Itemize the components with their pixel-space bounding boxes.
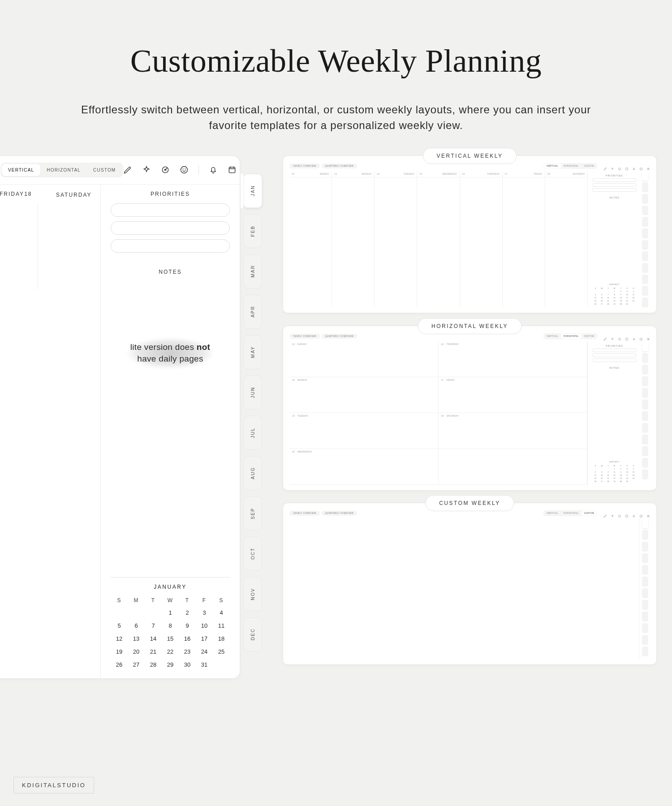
thumb-tab-horizontal[interactable]: HORIZONTAL bbox=[561, 334, 582, 339]
sparkle-icon[interactable] bbox=[142, 165, 151, 174]
month-tab-feb[interactable]: FEB bbox=[243, 214, 262, 248]
smile-icon[interactable] bbox=[180, 165, 189, 174]
crumb-quarterly[interactable]: QUARTERLY OVERVIEW bbox=[322, 511, 357, 516]
mini-cal-day[interactable]: 28 bbox=[145, 658, 162, 671]
mini-cal-day[interactable]: 10 bbox=[196, 619, 213, 632]
tab-vertical[interactable]: VERTICAL bbox=[2, 164, 40, 176]
bell-icon[interactable] bbox=[632, 335, 636, 338]
tab-custom[interactable]: CUSTOM bbox=[87, 164, 122, 176]
thumb-month-tab[interactable] bbox=[642, 228, 648, 238]
sparkle-icon[interactable] bbox=[611, 512, 614, 515]
mini-cal-day[interactable]: 13 bbox=[128, 632, 145, 645]
vw-day-friday[interactable]: 17FRIDAY bbox=[503, 171, 545, 307]
month-tab-jul[interactable]: JUL bbox=[243, 416, 262, 450]
thumb-month-tab[interactable] bbox=[642, 365, 648, 375]
thumb-priority-3[interactable] bbox=[592, 188, 637, 192]
thumb-tab-custom[interactable]: CUSTOM bbox=[582, 511, 597, 516]
thumb-month-tab[interactable] bbox=[642, 530, 648, 540]
thumb-month-tab[interactable] bbox=[642, 286, 648, 296]
thumb-month-tab[interactable] bbox=[642, 565, 648, 575]
crumb-yearly[interactable]: YEARLY OVERVIEW bbox=[289, 511, 320, 516]
sparkle-icon[interactable] bbox=[611, 164, 614, 168]
target-icon[interactable] bbox=[618, 512, 621, 515]
thumb-priority-1[interactable] bbox=[592, 349, 637, 352]
pencil-icon[interactable] bbox=[603, 164, 607, 168]
thumb-month-tab[interactable] bbox=[642, 275, 648, 284]
month-tab-sep[interactable]: SEP bbox=[243, 496, 262, 530]
mini-cal-day[interactable]: 1 bbox=[162, 606, 179, 619]
bell-icon[interactable] bbox=[632, 164, 636, 168]
menu-icon[interactable] bbox=[646, 512, 650, 515]
calendar-icon[interactable] bbox=[639, 335, 643, 338]
hw-day-friday[interactable]: 17FRIDAY bbox=[439, 377, 588, 413]
thumb-month-tab[interactable] bbox=[642, 542, 648, 552]
menu-icon[interactable] bbox=[646, 164, 650, 168]
mini-cal-day[interactable]: 5 bbox=[111, 619, 128, 632]
hw-day-thursday[interactable]: 16THURSDAY bbox=[439, 341, 588, 377]
pencil-icon[interactable] bbox=[603, 335, 607, 338]
mini-cal-day[interactable]: 27 bbox=[128, 658, 145, 671]
smile-icon[interactable] bbox=[625, 335, 629, 338]
vw-day-monday[interactable]: 13MONDAY bbox=[332, 171, 375, 307]
month-tab-jan[interactable]: JAN bbox=[243, 174, 262, 208]
smile-icon[interactable] bbox=[625, 512, 629, 515]
pencil-icon[interactable] bbox=[123, 165, 132, 174]
thumb-month-tab[interactable] bbox=[642, 297, 648, 307]
hw-day-monday[interactable]: 13MONDAY bbox=[289, 377, 439, 413]
priority-input-1[interactable] bbox=[111, 203, 230, 217]
month-tab-jun[interactable]: JUN bbox=[243, 375, 262, 409]
hw-day-tuesday[interactable]: 14TUESDAY bbox=[289, 413, 439, 449]
smile-icon[interactable] bbox=[625, 164, 629, 168]
thumb-month-tab[interactable] bbox=[642, 635, 648, 645]
sparkle-icon[interactable] bbox=[611, 335, 614, 338]
vw-day-wednesday[interactable]: 15WEDNESDAY bbox=[417, 171, 460, 307]
vw-day-thursday[interactable]: 16THURSDAY bbox=[460, 171, 503, 307]
target-icon[interactable] bbox=[618, 164, 621, 168]
mini-cal-day[interactable]: 20 bbox=[128, 645, 145, 658]
thumb-month-tab[interactable] bbox=[642, 470, 648, 479]
thumb-month-tab[interactable] bbox=[642, 623, 648, 633]
thumb-month-tab[interactable] bbox=[642, 588, 648, 598]
hw-day-saturday[interactable]: 18SATURDAY bbox=[439, 413, 588, 449]
custom-empty-area[interactable] bbox=[289, 518, 639, 659]
mini-cal-day[interactable]: 9 bbox=[179, 619, 196, 632]
mini-cal-day[interactable]: 26 bbox=[111, 658, 128, 671]
month-tab-dec[interactable]: DEC bbox=[243, 617, 262, 651]
mini-cal-day[interactable]: 16 bbox=[179, 632, 196, 645]
thumb-month-tab[interactable] bbox=[642, 240, 648, 250]
thumb-priority-2[interactable] bbox=[592, 353, 637, 357]
thumb-month-tab[interactable] bbox=[642, 458, 648, 468]
mini-cal-day[interactable]: 29 bbox=[162, 658, 179, 671]
calendar-icon[interactable] bbox=[639, 164, 643, 168]
month-tab-aug[interactable]: AUG bbox=[243, 456, 262, 490]
thumb-tab-vertical[interactable]: VERTICAL bbox=[544, 334, 561, 339]
mini-cal-day[interactable]: 7 bbox=[145, 619, 162, 632]
mini-cal-day[interactable]: 30 bbox=[179, 658, 196, 671]
month-tab-nov[interactable]: NOV bbox=[243, 577, 262, 611]
thumb-month-tab[interactable] bbox=[642, 577, 648, 586]
thumb-tab-custom[interactable]: CUSTOM bbox=[582, 334, 597, 339]
priority-input-3[interactable] bbox=[111, 239, 230, 253]
month-tab-mar[interactable]: MAR bbox=[243, 254, 262, 289]
mini-cal-day[interactable]: 23 bbox=[179, 645, 196, 658]
bell-icon[interactable] bbox=[209, 165, 218, 174]
thumb-month-tab[interactable] bbox=[642, 182, 648, 192]
tab-horizontal[interactable]: HORIZONTAL bbox=[40, 164, 87, 176]
month-tab-may[interactable]: MAY bbox=[243, 335, 262, 369]
thumb-tab-horizontal[interactable]: HORIZONTAL bbox=[561, 164, 582, 168]
calendar-icon[interactable] bbox=[639, 512, 643, 515]
pencil-icon[interactable] bbox=[603, 512, 607, 515]
target-icon[interactable] bbox=[618, 335, 621, 338]
thumb-month-tab[interactable] bbox=[642, 251, 648, 261]
priority-input-2[interactable] bbox=[111, 221, 230, 235]
thumb-month-tab[interactable] bbox=[642, 376, 648, 386]
thumb-month-tab[interactable] bbox=[642, 647, 648, 656]
mini-cal-day[interactable]: 17 bbox=[196, 632, 213, 645]
thumb-tab-vertical[interactable]: VERTICAL bbox=[544, 511, 561, 516]
hw-day-sunday[interactable]: 12SUNDAY bbox=[289, 341, 439, 377]
vw-day-saturday[interactable]: 18SATURDAY bbox=[545, 171, 587, 307]
mini-cal-day[interactable]: 14 bbox=[145, 632, 162, 645]
thumb-month-tab[interactable] bbox=[642, 600, 648, 610]
thumb-priority-1[interactable] bbox=[592, 178, 637, 182]
bell-icon[interactable] bbox=[632, 512, 636, 515]
